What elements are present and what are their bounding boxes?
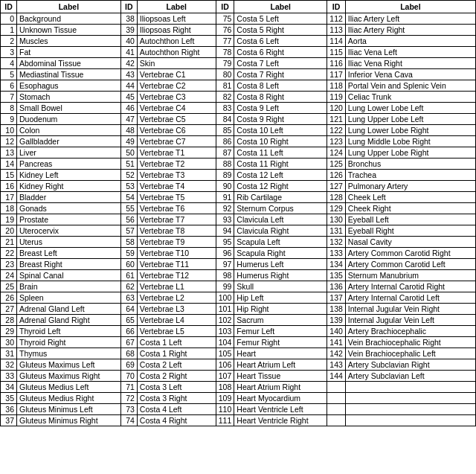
col2-id: 73	[120, 404, 137, 415]
col4-label: Nasal Cavity	[345, 237, 475, 248]
col4-label: Aorta	[345, 36, 475, 47]
col2-id: 59	[120, 248, 137, 259]
col1-id: 29	[1, 326, 17, 337]
col4-label	[345, 382, 475, 393]
col1-label: Gonads	[17, 203, 121, 214]
col1-label: Thyroid Right	[17, 337, 121, 348]
col3-label-header: Label	[234, 1, 327, 13]
col1-id: 4	[1, 58, 17, 69]
col4-label: Artery Internal Carotid Left	[345, 292, 475, 304]
col3-label: Costa 11 Left	[234, 147, 327, 158]
table-row: 26Spleen63Vertebrae L2100Hip Left137Arte…	[1, 292, 476, 304]
col3-id: 88	[216, 158, 234, 170]
col3-label: Heart Ventricle Left	[234, 404, 327, 415]
col3-id: 99	[216, 281, 234, 292]
col1-label: Thymus	[17, 348, 121, 359]
col2-label: Vertebrae T12	[137, 270, 216, 281]
col3-label: Sacrum	[234, 315, 327, 326]
col1-id: 7	[1, 92, 17, 103]
col1-id: 20	[1, 225, 17, 237]
col1-id: 16	[1, 181, 17, 192]
col4-id: 136	[327, 281, 346, 292]
col2-id: 40	[120, 36, 137, 47]
col4-label: Iliac Vena Left	[345, 47, 475, 58]
col2-label: Autochthon Left	[137, 36, 216, 47]
table-row: 18Gonads55Vertebrae T692Sternum Corpus12…	[1, 203, 476, 214]
table-row: 30Thyroid Right67Costa 1 Left104Femur Ri…	[1, 337, 476, 348]
table-row: 17Bladder54Vertebrae T591Rib Cartilage12…	[1, 192, 476, 203]
table-row: 5Mediastinal Tissue43Vertebrae C180Costa…	[1, 69, 476, 80]
col1-id: 37	[1, 415, 17, 426]
col3-id: 98	[216, 270, 234, 281]
table-row: 34Gluteus Medius Left71Costa 3 Left108He…	[1, 382, 476, 393]
col2-id: 43	[120, 69, 137, 80]
col1-id: 12	[1, 136, 17, 147]
col2-label-header: Label	[137, 1, 216, 13]
col3-id: 83	[216, 103, 234, 114]
col1-label: Breast Right	[17, 259, 121, 270]
col4-id: 122	[327, 125, 346, 136]
col3-label: Heart Ventricle Right	[234, 415, 327, 426]
table-row: 3Fat41Autochthon Right78Costa 6 Right115…	[1, 47, 476, 58]
col3-label: Costa 6 Right	[234, 47, 327, 58]
table-row: 10Colon48Vertebrae C685Costa 10 Left122L…	[1, 125, 476, 136]
table-row: 35Gluteus Medius Right72Costa 3 Right109…	[1, 393, 476, 404]
col1-id: 23	[1, 259, 17, 270]
table-body: 0Background38Iliopsoas Left75Costa 5 Lef…	[1, 13, 476, 426]
col3-id: 77	[216, 36, 234, 47]
col1-id: 9	[1, 114, 17, 125]
col4-label-header: Label	[345, 1, 475, 13]
col3-id: 92	[216, 203, 234, 214]
col3-label: Costa 5 Left	[234, 13, 327, 25]
col2-id: 44	[120, 80, 137, 92]
col4-id: 144	[327, 371, 346, 382]
col4-label: Artery Subclavian Left	[345, 371, 475, 382]
col4-label: Internal Jugular Vein Right	[345, 304, 475, 315]
col4-id: 121	[327, 114, 346, 125]
table-row: 23Breast Right60Vertebrae T1197Humerus L…	[1, 259, 476, 270]
col1-id: 14	[1, 158, 17, 170]
col1-label: Prostate	[17, 214, 121, 225]
col1-id: 19	[1, 214, 17, 225]
col4-id	[327, 415, 346, 426]
col1-label: Small Bowel	[17, 103, 121, 114]
col4-label: Cheek Left	[345, 192, 475, 203]
col1-label: Unknown Tissue	[17, 25, 121, 36]
col4-id: 132	[327, 237, 346, 248]
col3-label: Heart Myocardium	[234, 393, 327, 404]
col2-id: 41	[120, 47, 137, 58]
col3-id: 81	[216, 80, 234, 92]
col1-label: Liver	[17, 147, 121, 158]
col4-id: 131	[327, 225, 346, 237]
col2-label: Vertebrae C7	[137, 136, 216, 147]
col2-id: 51	[120, 158, 137, 170]
col4-id: 115	[327, 47, 346, 58]
table-row: 13Liver50Vertebrae T187Costa 11 Left124L…	[1, 147, 476, 158]
col4-label: Celiac Trunk	[345, 92, 475, 103]
col1-id: 27	[1, 304, 17, 315]
col1-id: 26	[1, 292, 17, 304]
col2-label: Costa 4 Right	[137, 415, 216, 426]
col1-label: Gluteus Medius Right	[17, 393, 121, 404]
col2-id: 67	[120, 337, 137, 348]
col2-id: 38	[120, 13, 137, 25]
col4-label: Artery Common Carotid Right	[345, 248, 475, 259]
col3-id: 80	[216, 69, 234, 80]
col3-id: 106	[216, 359, 234, 371]
col3-label: Costa 6 Left	[234, 36, 327, 47]
col4-label: Vein Brachiocephalic Right	[345, 337, 475, 348]
col3-label: Femur Right	[234, 337, 327, 348]
col3-id: 111	[216, 415, 234, 426]
col1-id: 36	[1, 404, 17, 415]
col4-label: Bronchus	[345, 158, 475, 170]
col3-label: Humerus Right	[234, 270, 327, 281]
col2-id: 70	[120, 371, 137, 382]
col3-label: Humerus Left	[234, 259, 327, 270]
col4-id: 129	[327, 203, 346, 214]
label-table: ID Label ID Label ID Label ID Label 0Bac…	[0, 0, 476, 426]
table-row: 14Pancreas51Vertebrae T288Costa 11 Right…	[1, 158, 476, 170]
col2-id: 66	[120, 326, 137, 337]
col2-label: Costa 2 Right	[137, 371, 216, 382]
col3-id: 86	[216, 136, 234, 147]
col4-id: 114	[327, 36, 346, 47]
